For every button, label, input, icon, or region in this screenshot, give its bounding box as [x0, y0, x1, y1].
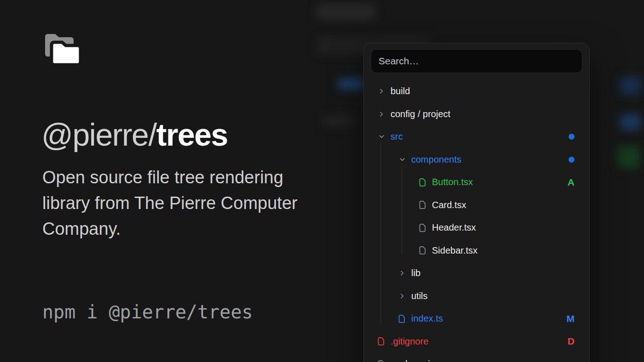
tree-row[interactable]: config / project: [364, 103, 589, 126]
tree-row-label: lib: [411, 268, 420, 278]
chevron-right-icon: [377, 111, 386, 118]
page: @pierre/trees Open source file tree rend…: [0, 0, 644, 362]
file-icon: [418, 178, 427, 187]
git-status-badge: A: [568, 177, 575, 188]
title-name: trees: [156, 117, 228, 152]
git-status-badge: D: [568, 336, 575, 347]
tree-row[interactable]: Header.tsx: [364, 216, 589, 239]
tree-row-label: Button.tsx: [432, 177, 473, 187]
tree-row-label: Card.tsx: [432, 200, 466, 210]
chevron-right-icon: [377, 88, 386, 95]
tree-row[interactable]: .gitignore D: [364, 330, 589, 353]
tree-row[interactable]: components: [364, 148, 589, 171]
file-icon: [418, 246, 427, 255]
tree-row-label: utils: [411, 291, 428, 301]
background-blur-blob: [316, 4, 375, 20]
search-input[interactable]: [371, 49, 582, 73]
chevron-right-icon: [397, 270, 407, 277]
description-text: Open source file tree rendering library …: [42, 164, 318, 242]
git-status-badge: M: [567, 313, 575, 324]
tree-row[interactable]: utils: [364, 285, 589, 308]
chevron-down-icon: [397, 156, 407, 163]
tree-row-label: index.ts: [411, 313, 443, 324]
file-icon: [418, 224, 427, 232]
file-icon: [397, 315, 407, 323]
stacked-folders-logo-icon: [41, 31, 84, 70]
tree-row[interactable]: Card.tsx: [364, 194, 589, 217]
tree-row-label: Header.tsx: [432, 222, 476, 233]
chevron-down-icon: [377, 133, 386, 140]
file-icon: [377, 360, 386, 362]
title-scope: @pierre/: [41, 117, 156, 152]
tree-row-label: package.json: [391, 359, 445, 362]
tree-row-label: config / project: [391, 109, 450, 119]
tree-row-label: build: [391, 86, 410, 96]
tree-row-label: Sidebar.tsx: [432, 245, 477, 256]
tree-row[interactable]: lib: [364, 262, 589, 285]
tree-row-label: components: [411, 154, 461, 165]
tree-row[interactable]: src: [364, 125, 589, 148]
install-command: npm i @pierre/trees: [42, 301, 253, 322]
chevron-right-icon: [397, 293, 407, 300]
tree-row[interactable]: Sidebar.tsx: [364, 239, 589, 262]
file-icon: [377, 337, 386, 345]
tree-row-label: src: [391, 131, 403, 142]
background-blur-blob: [338, 78, 365, 90]
background-blur-blob: [620, 114, 641, 130]
background-blur-blob: [620, 76, 641, 95]
file-icon: [418, 201, 427, 209]
file-tree: build config / project src components Bu…: [364, 80, 589, 362]
tree-row[interactable]: build: [364, 80, 589, 103]
unsaved-dot-badge: [569, 134, 575, 140]
hero-section: @pierre/trees Open source file tree rend…: [0, 0, 322, 362]
file-tree-panel: build config / project src components Bu…: [363, 43, 590, 362]
unsaved-dot-badge: [569, 157, 575, 163]
background-blur-blob: [617, 146, 640, 168]
background-blur-blob: [322, 115, 354, 127]
tree-row-label: .gitignore: [391, 336, 428, 347]
tree-row[interactable]: Button.tsx A: [364, 171, 589, 194]
page-title: @pierre/trees: [41, 117, 228, 153]
tree-row[interactable]: package.json: [364, 353, 589, 362]
tree-row[interactable]: index.ts M: [364, 307, 589, 330]
